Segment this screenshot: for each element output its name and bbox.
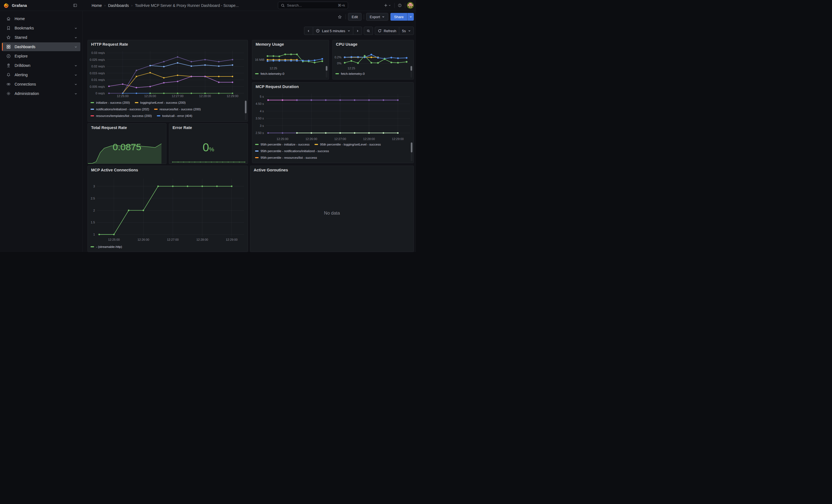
legend-row: 95th percentile - resources/templates/li… <box>255 161 408 163</box>
sidebar-item-dashboards[interactable]: Dashboards <box>2 43 80 51</box>
svg-text:12:25:00: 12:25:00 <box>108 238 120 241</box>
legend-item[interactable]: fetch-telemetry-0 <box>335 72 365 75</box>
chevron-down-icon[interactable] <box>74 36 77 39</box>
search-input[interactable]: Search... ⌘+k <box>278 2 348 9</box>
sidebar-item-home[interactable]: Home <box>2 14 80 23</box>
panel-title[interactable]: HTTP Request Rate <box>88 40 248 48</box>
cpu-usage-chart[interactable]: 12:250.2%0% <box>334 48 412 70</box>
legend-scrollbar[interactable] <box>411 142 412 161</box>
legend-scrollbar[interactable] <box>245 100 246 120</box>
dashboard-toolbar: Edit Export Share <box>336 13 414 21</box>
add-button[interactable] <box>382 2 393 9</box>
avatar[interactable] <box>407 2 414 9</box>
time-shift-back-button[interactable] <box>304 27 313 35</box>
legend-row: 95th percentile - notifications/initiali… <box>255 148 408 154</box>
panel-total-request-rate: Total Request Rate 0.0875 <box>87 123 166 164</box>
legend-swatch <box>255 73 259 74</box>
error-rate-sparkline[interactable] <box>172 159 246 163</box>
svg-text:2.5: 2.5 <box>91 197 95 200</box>
legend-label: notifications/initialized - success (202… <box>96 108 149 111</box>
legend-row: - (streamable-http) <box>90 243 242 250</box>
sidebar-item-bookmarks[interactable]: Bookmarks <box>2 24 80 32</box>
svg-text:0.01 req/s: 0.01 req/s <box>92 78 105 81</box>
mcp-active-connections-chart[interactable]: 12:25:0012:26:0012:27:0012:28:0012:29:00… <box>90 175 246 242</box>
svg-text:0 req/s: 0 req/s <box>96 91 105 95</box>
legend-item[interactable]: - (streamable-http) <box>90 245 122 248</box>
chevron-down-icon <box>347 29 350 32</box>
legend-item[interactable]: fetch-telemetry-0 <box>255 72 284 75</box>
sidebar-toggle-icon[interactable] <box>72 2 79 9</box>
svg-text:3 s: 3 s <box>260 124 264 127</box>
legend-item[interactable]: 95th percentile - notifications/initiali… <box>255 150 329 153</box>
time-shift-forward-button[interactable] <box>353 27 362 35</box>
star-icon[interactable] <box>336 13 343 20</box>
panel-title[interactable]: MCP Active Connections <box>88 166 248 174</box>
panel-title[interactable]: Active Goroutines <box>250 166 414 174</box>
legend-item[interactable]: logging/setLevel - success (200) <box>135 101 186 104</box>
top-nav: Grafana Home › Dashboards › ToolHive MCP… <box>0 0 416 11</box>
sidebar-item-connections[interactable]: Connections <box>2 80 80 88</box>
memory-usage-chart[interactable]: 12:2516 MiB <box>254 48 327 70</box>
http-request-rate-chart[interactable]: 12:25:0012:26:0012:27:0012:28:0012:29:00… <box>90 49 246 98</box>
mcp-request-duration-chart[interactable]: 12:25:0012:26:0012:27:0012:28:0012:29:00… <box>254 91 412 141</box>
sidebar-item-alerting[interactable]: Alerting <box>2 71 80 79</box>
legend-item[interactable]: 95th percentile - initialize - success <box>255 143 310 146</box>
sidebar-item-starred[interactable]: Starred <box>2 33 80 42</box>
sidebar-item-administration[interactable]: Administration <box>2 89 80 98</box>
bell-icon <box>6 73 11 77</box>
legend-scrollbar[interactable] <box>411 65 412 78</box>
compass-icon <box>6 54 11 58</box>
panel-title[interactable]: Total Request Rate <box>88 124 166 132</box>
legend-scrollbar[interactable] <box>326 65 328 78</box>
sidebar-item-drilldown[interactable]: Drilldown <box>2 61 80 70</box>
svg-text:3.50 s: 3.50 s <box>256 117 264 120</box>
search-shortcut: ⌘+k <box>338 3 345 7</box>
legend-swatch <box>90 102 94 103</box>
legend-item[interactable]: unknown - success (200) <box>180 121 221 121</box>
chevron-down-icon[interactable] <box>74 83 77 86</box>
breadcrumb-dashboards[interactable]: Dashboards <box>108 3 129 8</box>
refresh-button[interactable]: Refresh <box>375 27 399 35</box>
share-button[interactable]: Share <box>390 13 407 21</box>
chevron-down-icon[interactable] <box>74 64 77 67</box>
zoom-out-button[interactable] <box>364 27 373 35</box>
help-icon[interactable] <box>396 2 404 9</box>
legend-swatch <box>255 151 259 152</box>
sidebar-item-label: Administration <box>15 91 39 96</box>
sidebar-item-explore[interactable]: Explore <box>2 52 80 60</box>
panel-title[interactable]: Memory Usage <box>252 40 329 48</box>
panel-title[interactable]: MCP Request Duration <box>252 82 414 91</box>
time-range-picker[interactable]: Last 5 minutes <box>313 27 353 35</box>
legend-swatch <box>314 144 318 145</box>
sidebar-nav: HomeBookmarksStarredDashboardsExploreDri… <box>0 14 82 98</box>
legend-item[interactable]: tools/call - success (200) <box>90 121 131 121</box>
legend-swatch <box>154 109 158 110</box>
legend-item[interactable]: notifications/initialized - success (202… <box>90 108 149 111</box>
grafana-app: Grafana Home › Dashboards › ToolHive MCP… <box>0 0 416 252</box>
chevron-left-icon <box>307 29 310 32</box>
export-button[interactable]: Export <box>366 13 389 21</box>
legend-item[interactable]: tools/list - success (200) <box>136 121 175 121</box>
refresh-interval-picker[interactable]: 5s <box>399 27 414 35</box>
memory-legend: fetch-telemetry-0 <box>255 71 321 78</box>
chevron-down-icon[interactable] <box>74 92 77 95</box>
chevron-down-icon[interactable] <box>74 45 77 48</box>
chevron-down-icon[interactable] <box>74 74 77 77</box>
brand[interactable]: Grafana <box>3 2 27 8</box>
legend-item[interactable]: 95th percentile - resources/list - succe… <box>255 156 317 159</box>
breadcrumb-current[interactable]: ToolHive MCP Server & Proxy Runner Dashb… <box>135 3 239 8</box>
edit-button[interactable]: Edit <box>348 13 361 21</box>
legend-item[interactable]: resources/list - success (200) <box>154 108 201 111</box>
chevron-down-icon <box>409 16 412 18</box>
panel-error-rate: Error Rate 0% <box>169 123 248 164</box>
legend-item[interactable]: resources/templates/list - success (200) <box>90 114 152 117</box>
breadcrumb-home[interactable]: Home <box>92 3 102 8</box>
share-menu-button[interactable] <box>407 13 414 21</box>
chevron-down-icon[interactable] <box>74 27 77 30</box>
legend-item[interactable]: initialize - success (200) <box>90 101 130 104</box>
legend-item[interactable]: 95th percentile - logging/setLevel - suc… <box>314 143 381 146</box>
panel-title[interactable]: Error Rate <box>169 124 248 132</box>
svg-text:0.005 req/s: 0.005 req/s <box>90 85 105 88</box>
panel-title[interactable]: CPU Usage <box>333 40 414 48</box>
legend-item[interactable]: tools/call - error (404) <box>157 114 192 117</box>
